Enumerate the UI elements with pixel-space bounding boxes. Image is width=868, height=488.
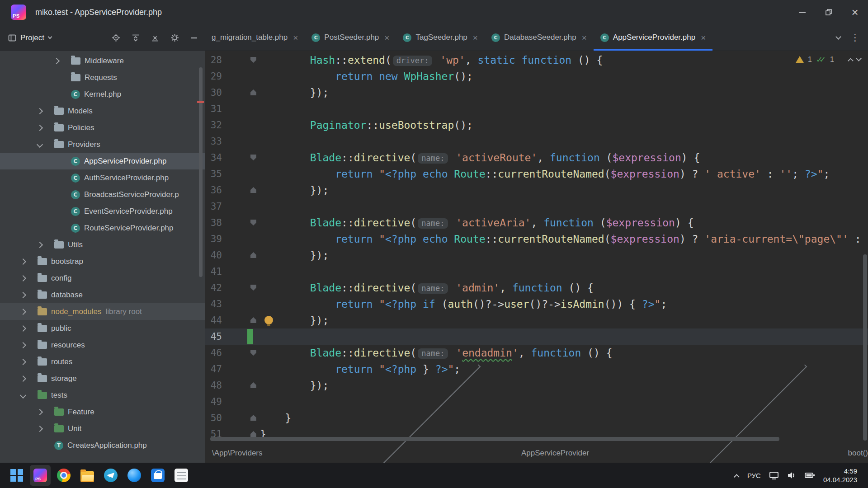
editor-tab[interactable]: CDatabaseSeeder.php× [485,24,594,51]
more-options-kebab-icon[interactable]: ⋮ [850,32,860,43]
tree-item[interactable]: Models [0,103,205,119]
chevron-right-icon[interactable] [17,286,35,303]
store-taskbar-button[interactable] [147,465,168,486]
tree-item[interactable]: bootstrap [0,253,205,270]
tree-item[interactable]: Requests [0,69,205,86]
tree-item[interactable]: public [0,320,205,337]
chevron-down-icon[interactable] [47,35,52,39]
close-tab-icon[interactable]: × [384,33,389,42]
code-line[interactable]: 31 [205,101,868,117]
explorer-taskbar-button[interactable] [77,465,98,486]
tree-item[interactable]: CEventServiceProvider.php [0,203,205,220]
tree-item[interactable]: database [0,286,205,303]
close-tab-icon[interactable]: × [582,33,587,42]
code-line[interactable]: 42 Blade::directive(name: 'admin', funct… [205,280,868,296]
editor-tab[interactable]: g_migration_table.php× [205,24,305,51]
fold-start-icon[interactable] [250,285,256,291]
hidden-tabs-chevron-icon[interactable] [835,34,841,40]
fold-end-icon[interactable] [250,382,256,388]
close-tab-icon[interactable]: × [701,33,706,42]
tree-item[interactable]: CAuthServiceProvider.php [0,169,205,186]
code-line[interactable]: 47 return "<?php } ?>"; [205,361,868,377]
intention-bulb-icon[interactable] [264,316,273,324]
fold-start-icon[interactable] [250,57,256,63]
chevron-right-icon[interactable] [33,119,52,136]
editor[interactable]: 28 Hash::extend(driver: 'wp', static fun… [205,51,868,443]
editor-horizontal-scrollbar-thumb[interactable] [210,437,779,441]
chevron-right-icon[interactable] [17,353,35,370]
expand-all-icon[interactable] [132,34,140,42]
tree-item[interactable]: resources [0,337,205,353]
code-line[interactable]: 37 [205,198,868,215]
hide-panel-icon[interactable] [190,37,198,39]
code-line[interactable]: 41 [205,263,868,280]
tree-item[interactable]: CRouteServiceProvider.php [0,220,205,236]
title-bar[interactable]: PS miko.test - AppServiceProvider.php × [0,0,868,24]
chevron-down-icon[interactable] [17,387,35,404]
code-line[interactable]: 50 } [205,410,868,426]
keyboard-language[interactable]: РУС [747,472,761,479]
close-button[interactable]: × [842,0,868,24]
tree-item[interactable]: Unit [0,420,205,437]
fold-start-icon[interactable] [250,220,256,225]
code-line[interactable]: 35 return "<?php echo Route::currentRout… [205,166,868,182]
editor-tab[interactable]: CPostSeeder.php× [305,24,396,51]
tree-item[interactable]: Middleware [0,52,205,69]
breadcrumb-item[interactable]: \App\Providers [212,449,263,458]
code-line[interactable]: 46 Blade::directive(name: 'endadmin', fu… [205,345,868,361]
fold-start-icon[interactable] [250,155,256,160]
tree-item[interactable]: TCreatesApplication.php [0,437,205,454]
next-problem-chevron-icon[interactable] [856,56,862,61]
fold-end-icon[interactable] [250,431,256,437]
sphere-taskbar-button[interactable] [124,465,145,486]
collapse-all-icon[interactable] [151,34,159,42]
chevron-down-icon[interactable] [33,136,52,153]
fold-start-icon[interactable] [250,350,256,356]
code-line[interactable]: 32 Paginator::useBootstrap(); [205,117,868,133]
clock[interactable]: 4:59 04.04.2023 [823,467,857,484]
code-line[interactable]: 40 }); [205,247,868,263]
tree-item[interactable]: Utils [0,236,205,253]
chevron-right-icon[interactable] [17,270,35,286]
tree-item[interactable]: routes [0,353,205,370]
code-line[interactable]: 28 Hash::extend(driver: 'wp', static fun… [205,52,868,68]
code-line[interactable]: 33 [205,133,868,150]
close-tab-icon[interactable]: × [473,33,478,42]
close-tab-icon[interactable]: × [293,33,298,42]
restore-button[interactable] [816,0,842,24]
code-line[interactable]: 38 Blade::directive(name: 'activeAria', … [205,215,868,231]
breadcrumb-item[interactable]: AppServiceProvider [521,449,589,458]
gear-icon[interactable] [170,33,179,42]
battery-icon[interactable] [805,472,815,479]
chevron-right-icon[interactable] [33,103,52,119]
chevron-right-icon[interactable] [33,236,52,253]
project-selector-label[interactable]: Project [20,33,44,42]
fold-end-icon[interactable] [250,317,256,323]
code-line[interactable]: 48 }); [205,377,868,394]
tree-item[interactable]: Feature [0,404,205,420]
tree-item[interactable]: config [0,270,205,286]
chevron-right-icon[interactable] [17,337,35,353]
fold-end-icon[interactable] [250,415,256,421]
fold-end-icon[interactable] [250,187,256,193]
tree-item[interactable]: CKernel.php [0,86,205,103]
inspections-widget[interactable]: 1 ✓✓ 1 [796,55,861,64]
code-line[interactable]: 29 return new WpHasher(); [205,68,868,84]
start-taskbar-button[interactable] [6,465,27,486]
chevron-right-icon[interactable] [17,303,35,320]
code-line[interactable]: 44 }); [205,312,868,328]
volume-icon[interactable] [787,471,796,479]
locate-file-icon[interactable] [112,33,120,42]
code-line[interactable]: 43 return "<?php if (auth()?->user()?->i… [205,296,868,312]
code-line[interactable]: 30 }); [205,84,868,101]
chevron-right-icon[interactable] [50,52,68,69]
minimize-button[interactable] [789,0,816,24]
tree-item[interactable]: CAppServiceProvider.php [0,153,205,169]
prev-problem-chevron-icon[interactable] [848,58,854,64]
chevron-right-icon[interactable] [17,253,35,270]
chrome-taskbar-button[interactable] [53,465,74,486]
tree-item[interactable]: CBroadcastServiceProvider.p [0,186,205,203]
fold-end-icon[interactable] [250,252,256,258]
breadcrumb-item[interactable]: boot() [848,449,868,458]
tree-item[interactable]: node_moduleslibrary root [0,303,205,320]
